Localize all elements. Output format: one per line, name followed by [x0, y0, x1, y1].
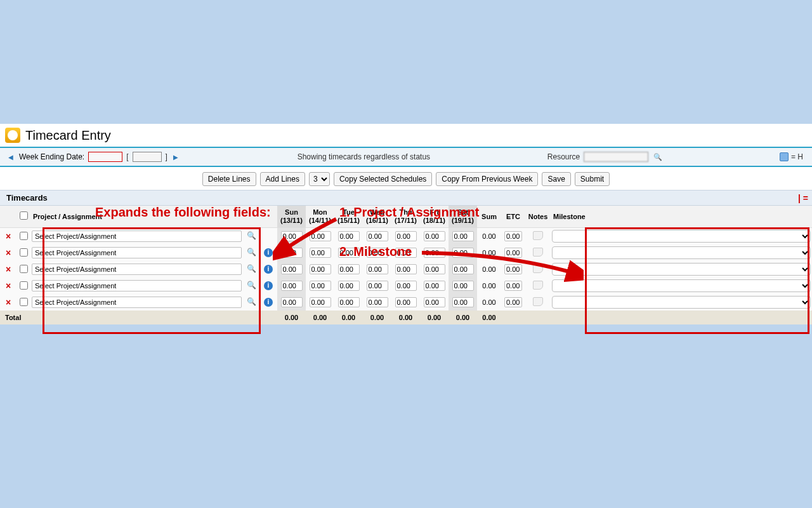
- prev-week-button[interactable]: [6, 152, 15, 161]
- project-input[interactable]: [32, 231, 242, 242]
- milestone-select[interactable]: [552, 230, 811, 243]
- project-search-icon[interactable]: [246, 248, 256, 258]
- hours-input-sun[interactable]: [281, 248, 303, 258]
- hours-input-wed[interactable]: [367, 297, 388, 307]
- hours-input-sat[interactable]: [452, 281, 474, 291]
- hours-input-fri[interactable]: [424, 264, 445, 274]
- hours-input-sat[interactable]: [452, 231, 474, 241]
- row-checkbox[interactable]: [20, 232, 28, 240]
- sum-value: 0.00: [480, 282, 498, 290]
- col-project: Project / Assignment: [30, 206, 243, 228]
- notes-icon[interactable]: [533, 248, 543, 257]
- title-bar: Timecard Entry: [0, 124, 812, 148]
- table-row: ×i0.00: [0, 244, 812, 261]
- col-tue: Tue(15/11): [334, 206, 363, 228]
- etc-input[interactable]: [504, 248, 522, 258]
- hours-input-tue[interactable]: [338, 297, 360, 307]
- hours-input-sun[interactable]: [281, 264, 303, 274]
- hours-input-sat[interactable]: [452, 297, 474, 307]
- hours-input-sun[interactable]: [281, 297, 303, 307]
- table-row: ×i0.00: [0, 277, 812, 294]
- hours-input-tue[interactable]: [338, 264, 360, 274]
- hours-input-sun[interactable]: [281, 281, 303, 291]
- project-input[interactable]: [32, 297, 242, 308]
- hours-input-fri[interactable]: [424, 297, 445, 307]
- etc-input[interactable]: [504, 297, 522, 307]
- milestone-select[interactable]: [552, 246, 811, 259]
- hours-input-sat[interactable]: [452, 264, 474, 274]
- hours-input-thu[interactable]: [395, 264, 417, 274]
- hours-input-tue[interactable]: [338, 248, 360, 258]
- project-input[interactable]: [32, 247, 242, 258]
- row-checkbox[interactable]: [20, 248, 28, 257]
- sum-value: 0.00: [480, 249, 498, 257]
- hours-input-thu[interactable]: [395, 281, 417, 291]
- next-week-button[interactable]: [171, 152, 180, 161]
- hours-input-thu[interactable]: [395, 248, 417, 258]
- delete-row-icon[interactable]: ×: [6, 297, 11, 307]
- hours-input-tue[interactable]: [338, 281, 360, 291]
- project-input[interactable]: [32, 264, 242, 275]
- resource-label: Resource: [547, 152, 580, 161]
- milestone-select[interactable]: [552, 263, 811, 276]
- copy-schedules-button[interactable]: Copy Selected Schedules: [334, 172, 432, 186]
- info-icon[interactable]: i: [264, 248, 273, 257]
- row-checkbox[interactable]: [20, 298, 28, 306]
- notes-icon[interactable]: [533, 264, 543, 273]
- hours-input-thu[interactable]: [395, 297, 417, 307]
- copy-prev-week-button[interactable]: Copy From Previous Week: [436, 172, 538, 186]
- delete-row-icon[interactable]: ×: [6, 231, 11, 241]
- hours-input-wed[interactable]: [367, 248, 388, 258]
- hours-input-mon[interactable]: [310, 264, 331, 274]
- add-lines-button[interactable]: Add Lines: [260, 172, 305, 186]
- etc-input[interactable]: [504, 264, 522, 274]
- milestone-select[interactable]: [552, 279, 811, 292]
- hours-input-wed[interactable]: [367, 281, 388, 291]
- resource-search-icon[interactable]: [653, 152, 662, 161]
- hours-input-mon[interactable]: [310, 248, 331, 258]
- resource-field-redacted[interactable]: [584, 152, 648, 162]
- col-sun: Sun(13/11): [277, 206, 306, 228]
- hours-input-sat[interactable]: [452, 248, 474, 258]
- info-icon[interactable]: i: [264, 265, 273, 274]
- etc-input[interactable]: [504, 281, 522, 291]
- add-lines-count-select[interactable]: 3: [309, 172, 330, 186]
- submit-button[interactable]: Submit: [575, 172, 610, 186]
- milestone-select[interactable]: [552, 296, 811, 309]
- hours-input-fri[interactable]: [424, 281, 445, 291]
- delete-lines-button[interactable]: Delete Lines: [202, 172, 256, 186]
- week-ending-label: Week Ending Date:: [19, 152, 84, 161]
- project-input[interactable]: [32, 280, 242, 291]
- select-all-checkbox[interactable]: [20, 211, 28, 220]
- notes-icon[interactable]: [533, 297, 543, 306]
- clock-icon: [5, 128, 20, 143]
- table-header-row: Project / Assignment Sun(13/11) Mon(14/1…: [0, 206, 812, 228]
- etc-input[interactable]: [504, 231, 522, 241]
- save-button[interactable]: Save: [542, 172, 570, 186]
- hours-input-fri[interactable]: [424, 231, 445, 241]
- hours-input-mon[interactable]: [310, 281, 331, 291]
- info-icon[interactable]: i: [264, 298, 273, 307]
- row-checkbox[interactable]: [20, 281, 28, 290]
- delete-row-icon[interactable]: ×: [6, 248, 11, 258]
- delete-row-icon[interactable]: ×: [6, 281, 11, 291]
- row-checkbox[interactable]: [20, 265, 28, 273]
- col-thu: Thu(17/11): [391, 206, 420, 228]
- project-search-icon[interactable]: [246, 297, 256, 307]
- hours-input-tue[interactable]: [338, 231, 360, 241]
- hours-input-sun[interactable]: [281, 231, 303, 241]
- project-search-icon[interactable]: [246, 231, 256, 241]
- notes-icon[interactable]: [533, 281, 543, 290]
- project-search-icon[interactable]: [246, 264, 256, 274]
- hours-input-mon[interactable]: [310, 231, 331, 241]
- project-search-icon[interactable]: [246, 281, 256, 291]
- col-etc: ETC: [501, 206, 525, 228]
- delete-row-icon[interactable]: ×: [6, 264, 11, 274]
- hours-input-wed[interactable]: [367, 264, 388, 274]
- hours-input-wed[interactable]: [367, 231, 388, 241]
- hours-input-thu[interactable]: [395, 231, 417, 241]
- info-icon[interactable]: i: [264, 281, 273, 290]
- hours-input-mon[interactable]: [310, 297, 331, 307]
- hours-input-fri[interactable]: [424, 248, 445, 258]
- notes-icon[interactable]: [533, 231, 543, 240]
